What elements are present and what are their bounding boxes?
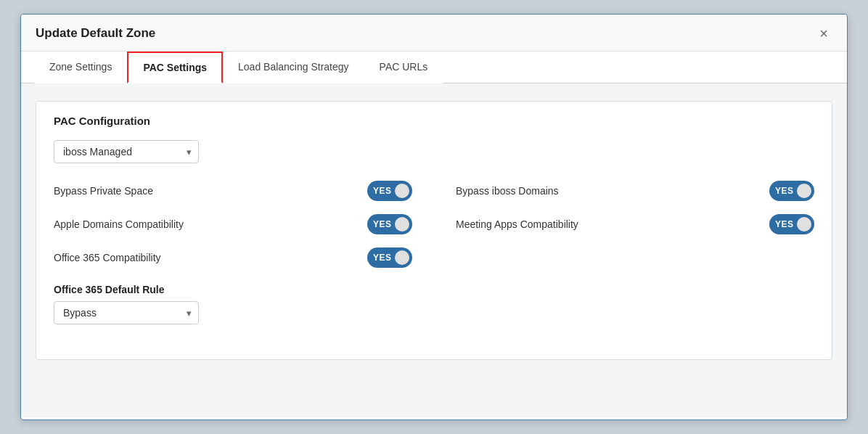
office-default-rule-section: Office 365 Default Rule Bypass Direct Pr… xyxy=(54,284,814,342)
apple-domains-compat-knob xyxy=(395,217,409,232)
tabs-bar: Zone Settings PAC Settings Load Balancin… xyxy=(21,52,847,83)
toggle-row-office-365-compat: Office 365 Compatibility YES xyxy=(54,247,412,268)
empty-cell xyxy=(456,247,814,268)
bypass-iboss-domains-label: Bypass iboss Domains xyxy=(456,185,559,197)
office-365-compat-knob xyxy=(395,250,409,265)
bypass-iboss-domains-toggle[interactable]: YES xyxy=(769,181,814,201)
toggle-row-bypass-iboss-domains: Bypass iboss Domains YES xyxy=(456,181,814,201)
managed-select[interactable]: iboss Managed Custom xyxy=(54,140,199,163)
office-default-rule-select[interactable]: Bypass Direct Proxy xyxy=(54,301,199,324)
office-default-rule-label: Office 365 Default Rule xyxy=(54,284,814,295)
office-365-compat-label: Office 365 Compatibility xyxy=(54,252,161,263)
modal-header: Update Default Zone × xyxy=(21,15,847,52)
bypass-iboss-domains-knob xyxy=(797,184,811,198)
toggles-grid: Bypass Private Space YES Bypass iboss Do… xyxy=(54,181,814,268)
close-button[interactable]: × xyxy=(815,25,832,42)
tab-load-balancing[interactable]: Load Balancing Strategy xyxy=(223,52,364,83)
meeting-apps-compat-label: Meeting Apps Compatibility xyxy=(456,218,578,230)
bypass-private-space-toggle[interactable]: YES xyxy=(367,181,412,201)
meeting-apps-compat-value: YES xyxy=(775,219,794,229)
meeting-apps-compat-knob xyxy=(797,217,811,232)
bypass-private-space-knob xyxy=(395,184,409,198)
pac-config-card: PAC Configuration iboss Managed Custom B… xyxy=(36,101,832,360)
toggle-row-apple-domains-compat: Apple Domains Compatibility YES xyxy=(54,214,412,234)
toggle-row-meeting-apps-compat: Meeting Apps Compatibility YES xyxy=(456,214,814,234)
apple-domains-compat-value: YES xyxy=(373,219,392,229)
tab-pac-urls[interactable]: PAC URLs xyxy=(364,52,443,83)
modal-dialog: Update Default Zone × Zone Settings PAC … xyxy=(20,14,848,420)
modal-title: Update Default Zone xyxy=(36,26,155,41)
toggle-row-bypass-private-space: Bypass Private Space YES xyxy=(54,181,412,201)
section-title: PAC Configuration xyxy=(54,115,814,127)
meeting-apps-compat-toggle[interactable]: YES xyxy=(769,214,814,234)
apple-domains-compat-label: Apple Domains Compatibility xyxy=(54,218,184,230)
bypass-private-space-value: YES xyxy=(373,186,392,196)
apple-domains-compat-toggle[interactable]: YES xyxy=(367,214,412,234)
office-default-rule-select-wrapper: Bypass Direct Proxy xyxy=(54,301,199,324)
tab-pac-settings[interactable]: PAC Settings xyxy=(127,52,223,83)
office-365-compat-value: YES xyxy=(373,253,392,263)
bypass-iboss-domains-value: YES xyxy=(775,186,794,196)
modal-body: PAC Configuration iboss Managed Custom B… xyxy=(21,83,847,417)
office-365-compat-toggle[interactable]: YES xyxy=(367,247,412,268)
tab-zone-settings[interactable]: Zone Settings xyxy=(34,52,127,83)
bypass-private-space-label: Bypass Private Space xyxy=(54,185,153,197)
managed-select-wrapper: iboss Managed Custom xyxy=(54,140,199,163)
